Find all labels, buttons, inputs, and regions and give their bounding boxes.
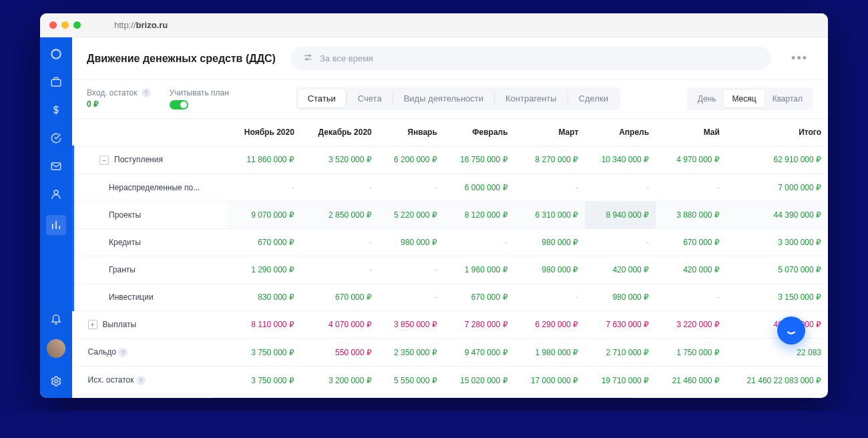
column-header: Апрель: [585, 119, 656, 146]
table-row[interactable]: Инвестиции830 000 ₽670 000 ₽-670 000 ₽-9…: [73, 283, 829, 310]
period-tab[interactable]: День: [690, 90, 724, 107]
mail-icon[interactable]: [49, 159, 63, 174]
chart-bar-icon[interactable]: [46, 215, 66, 235]
cell-value: 11 860 000 ₽: [228, 146, 301, 174]
period-tab[interactable]: Месяц: [724, 90, 764, 107]
cell-value: -: [444, 228, 515, 256]
period-tab[interactable]: Квартал: [765, 90, 811, 107]
dollar-icon[interactable]: [49, 103, 63, 118]
cell-value: -: [585, 174, 656, 201]
cell-value: -: [515, 283, 586, 310]
window-close-icon[interactable]: [49, 21, 57, 29]
time-filter-pill[interactable]: За все время: [290, 47, 771, 70]
column-header: Итого: [726, 119, 828, 146]
table-row[interactable]: Исх. остаток ?3 750 000 ₽3 200 000 ₽5 55…: [73, 367, 829, 395]
category-tab[interactable]: Сделки: [570, 89, 618, 107]
svg-point-6: [306, 58, 308, 60]
cell-value: 21 460 22 083 000 ₽: [726, 367, 828, 395]
table-row[interactable]: Сальдо ?3 750 000 ₽550 000 ₽2 350 000 ₽9…: [73, 339, 829, 367]
category-tab[interactable]: Счета: [349, 89, 391, 107]
cell-value: 1 960 000 ₽: [444, 256, 515, 283]
expand-icon[interactable]: –: [99, 156, 109, 165]
user-icon[interactable]: [49, 187, 63, 202]
cell-value: 980 000 ₽: [585, 283, 656, 310]
cell-value: -: [379, 283, 444, 310]
horizontal-scrollbar[interactable]: [212, 397, 813, 398]
cell-value: 2 350 000 ₽: [379, 339, 444, 367]
briefcase-icon[interactable]: [49, 75, 63, 89]
cell-value: 21 460 000 ₽: [656, 367, 726, 395]
cell-value: 1 980 000 ₽: [515, 339, 586, 367]
intercom-chat-button[interactable]: [777, 316, 805, 345]
column-header: [73, 119, 228, 146]
window-maximize-icon[interactable]: [73, 21, 81, 29]
cell-value: 2 710 000 ₽: [585, 339, 656, 367]
column-header: Январь: [379, 119, 444, 146]
gear-icon[interactable]: [49, 374, 63, 389]
column-header: Декабрь 2020: [301, 119, 379, 146]
cell-value: 6 000 000 ₽: [444, 174, 515, 201]
cell-value: 6 290 000 ₽: [515, 310, 586, 339]
cell-value: -: [228, 174, 301, 201]
sliders-icon: [302, 52, 313, 65]
cell-value: 9 470 000 ₽: [444, 339, 515, 367]
cell-value: 7 280 000 ₽: [444, 310, 515, 339]
cell-value: 550 000 ₽: [301, 339, 379, 367]
cell-value: 830 000 ₽: [228, 283, 301, 310]
help-icon[interactable]: ?: [142, 88, 151, 97]
category-tab[interactable]: Контрагенты: [496, 89, 566, 107]
window-minimize-icon[interactable]: [61, 21, 69, 29]
cell-value: 22 083: [726, 339, 828, 367]
cell-value: 44 390 000 ₽: [726, 201, 828, 228]
cell-value: 670 000 ₽: [301, 283, 379, 310]
table-row[interactable]: Нераспределенные по...---6 000 000 ₽---7…: [73, 174, 829, 201]
table-row[interactable]: Проекты9 070 000 ₽2 850 000 ₽5 220 000 ₽…: [73, 201, 829, 228]
table-row[interactable]: Гранты1 290 000 ₽--1 960 000 ₽980 000 ₽4…: [73, 256, 829, 283]
expand-icon[interactable]: +: [88, 320, 97, 329]
table-row[interactable]: –Поступления11 860 000 ₽3 520 000 ₽6 200…: [73, 146, 829, 174]
help-icon[interactable]: ?: [136, 376, 146, 385]
svg-point-0: [51, 49, 60, 58]
cell-value: 980 000 ₽: [379, 228, 444, 256]
cell-value: 3 750 000 ₽: [228, 367, 301, 395]
plan-toggle[interactable]: [170, 100, 188, 110]
row-label: Исх. остаток: [88, 375, 134, 385]
cell-value: 17 000 000 ₽: [515, 367, 586, 395]
cell-value: -: [301, 174, 379, 201]
cell-value: 3 850 000 ₽: [379, 310, 444, 339]
cell-value: 5 550 000 ₽: [379, 367, 444, 395]
cell-value: 670 000 ₽: [444, 283, 515, 310]
help-icon[interactable]: ?: [118, 348, 128, 357]
cell-value: -: [379, 256, 444, 283]
category-tab[interactable]: Виды деятельности: [395, 89, 493, 107]
cell-value: 8 110 000 ₽: [228, 310, 301, 339]
table-row[interactable]: Кредиты670 000 ₽-980 000 ₽-980 000 ₽-670…: [73, 228, 829, 256]
cell-value: 980 000 ₽: [515, 228, 586, 256]
cell-value: 16 750 000 ₽: [444, 146, 515, 174]
cell-value: 62 910 000 ₽: [726, 146, 828, 174]
category-tab[interactable]: Статьи: [298, 89, 345, 107]
cell-value: 2 850 000 ₽: [301, 201, 379, 228]
row-label: Нераспределенные по...: [109, 183, 200, 192]
table-row[interactable]: +Выплаты8 110 000 ₽4 070 000 ₽3 850 000 …: [73, 310, 829, 339]
opening-balance: Вход. остаток? 0 ₽: [87, 88, 151, 109]
column-header: Март: [515, 119, 586, 146]
svg-point-5: [308, 55, 310, 57]
bell-icon[interactable]: [49, 311, 63, 326]
check-circle-icon[interactable]: [49, 131, 63, 146]
cell-value: 5 070 000 ₽: [726, 256, 828, 283]
cell-value: -: [585, 228, 656, 256]
cell-value: 9 070 000 ₽: [228, 201, 301, 228]
cell-value: 15 020 000 ₽: [444, 367, 515, 395]
logo-icon[interactable]: [49, 47, 63, 61]
cell-value: 3 880 000 ₽: [656, 201, 726, 228]
cell-value: 420 000 ₽: [585, 256, 656, 283]
avatar[interactable]: [47, 339, 65, 358]
period-tabs: ДеньМесяцКвартал: [687, 87, 813, 110]
cell-value: 3 200 000 ₽: [301, 367, 379, 395]
cell-value: 420 000 ₽: [656, 256, 726, 283]
cell-value: 3 150 000 ₽: [726, 283, 828, 310]
row-label: Поступления: [114, 155, 163, 164]
cell-value: 6 310 000 ₽: [515, 201, 586, 228]
more-button[interactable]: •••: [786, 49, 813, 68]
